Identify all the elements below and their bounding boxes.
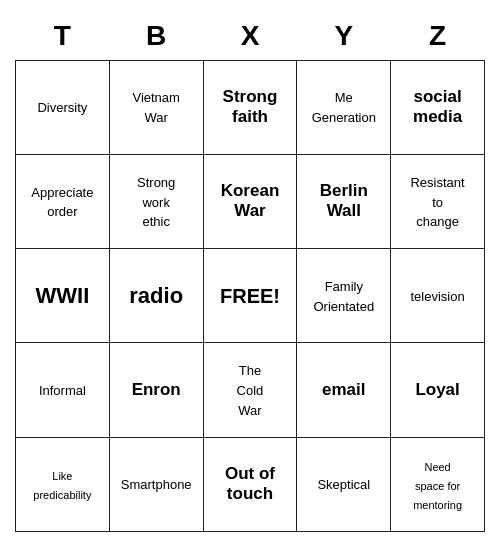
cell-label: BerlinWall xyxy=(320,181,368,220)
cell-label: Appreciateorder xyxy=(31,185,93,220)
cell-label: email xyxy=(322,380,365,399)
column-header-y: Y xyxy=(297,12,391,60)
table-row: DiversityVietnamWarStrongfaithMeGenerati… xyxy=(16,60,485,154)
bingo-cell: email xyxy=(297,343,391,437)
bingo-cell: socialmedia xyxy=(391,60,485,154)
bingo-cell: Resistanttochange xyxy=(391,154,485,248)
cell-label: Resistanttochange xyxy=(410,175,464,230)
bingo-cell: FREE! xyxy=(203,249,297,343)
cell-label: socialmedia xyxy=(413,87,462,126)
cell-label: Informal xyxy=(39,383,86,398)
cell-label: TheColdWar xyxy=(237,363,264,418)
cell-label: Needspace formentoring xyxy=(413,461,462,511)
cell-label: television xyxy=(410,289,464,304)
bingo-cell: Appreciateorder xyxy=(16,154,110,248)
bingo-cell: radio xyxy=(109,249,203,343)
cell-label: MeGeneration xyxy=(312,90,376,125)
bingo-cell: Diversity xyxy=(16,60,110,154)
table-row: InformalEnronTheColdWaremailLoyal xyxy=(16,343,485,437)
bingo-cell: Strongworkethic xyxy=(109,154,203,248)
bingo-cell: Enron xyxy=(109,343,203,437)
cell-label: Smartphone xyxy=(121,477,192,492)
bingo-cell: KoreanWar xyxy=(203,154,297,248)
bingo-cell: Loyal xyxy=(391,343,485,437)
cell-label: Enron xyxy=(132,380,181,399)
bingo-cell: Skeptical xyxy=(297,437,391,531)
cell-label: radio xyxy=(129,283,183,308)
cell-label: FamilyOrientated xyxy=(313,279,374,314)
column-header-b: B xyxy=(109,12,203,60)
bingo-cell: Strongfaith xyxy=(203,60,297,154)
cell-label: VietnamWar xyxy=(132,90,179,125)
bingo-table: TBXYZ DiversityVietnamWarStrongfaithMeGe… xyxy=(15,12,485,532)
bingo-cell: television xyxy=(391,249,485,343)
cell-label: Strongworkethic xyxy=(137,175,175,230)
bingo-cell: BerlinWall xyxy=(297,154,391,248)
column-header-t: T xyxy=(16,12,110,60)
bingo-cell: WWII xyxy=(16,249,110,343)
cell-label: Diversity xyxy=(37,100,87,115)
bingo-cell: MeGeneration xyxy=(297,60,391,154)
bingo-cell: VietnamWar xyxy=(109,60,203,154)
cell-label: Loyal xyxy=(415,380,459,399)
column-header-x: X xyxy=(203,12,297,60)
table-row: LikepredicabilitySmartphoneOut oftouchSk… xyxy=(16,437,485,531)
cell-label: Skeptical xyxy=(317,477,370,492)
cell-label: Likepredicability xyxy=(33,470,91,501)
bingo-card: TBXYZ DiversityVietnamWarStrongfaithMeGe… xyxy=(15,12,485,532)
cell-label: FREE! xyxy=(220,285,280,307)
bingo-cell: Informal xyxy=(16,343,110,437)
bingo-cell: Out oftouch xyxy=(203,437,297,531)
bingo-cell: Smartphone xyxy=(109,437,203,531)
cell-label: Out oftouch xyxy=(225,464,275,503)
table-row: WWIIradioFREE!FamilyOrientatedtelevision xyxy=(16,249,485,343)
cell-label: WWII xyxy=(36,283,90,308)
cell-label: KoreanWar xyxy=(221,181,280,220)
bingo-cell: Likepredicability xyxy=(16,437,110,531)
cell-label: Strongfaith xyxy=(223,87,278,126)
bingo-cell: Needspace formentoring xyxy=(391,437,485,531)
bingo-cell: TheColdWar xyxy=(203,343,297,437)
header-row: TBXYZ xyxy=(16,12,485,60)
table-row: AppreciateorderStrongworkethicKoreanWarB… xyxy=(16,154,485,248)
bingo-cell: FamilyOrientated xyxy=(297,249,391,343)
column-header-z: Z xyxy=(391,12,485,60)
